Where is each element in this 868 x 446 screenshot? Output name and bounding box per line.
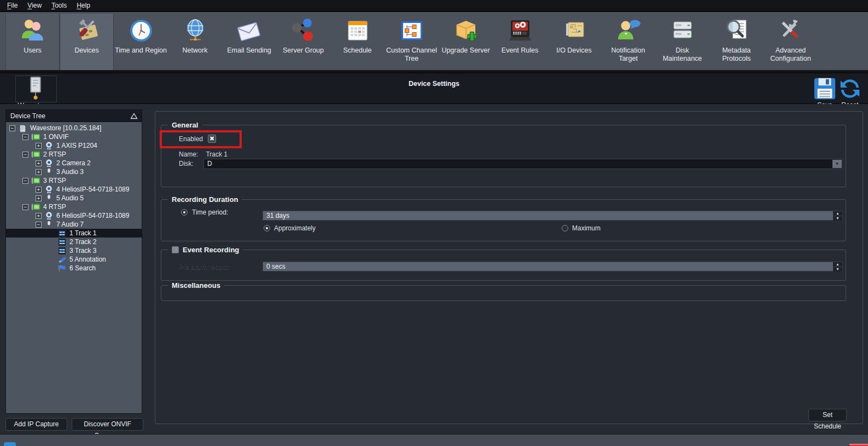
menu-item-label: View — [27, 2, 42, 9]
toolbar-button-event-rules[interactable]: Event Rules — [493, 14, 547, 70]
toolbar-button-custom-channel-tree[interactable]: Custom Channel Tree — [385, 14, 439, 70]
toolbar-icon — [182, 18, 208, 44]
pre-alarm-spinbox[interactable]: 0 secs ▲▼ — [263, 262, 843, 271]
toolbar-button-schedule[interactable]: Schedule — [330, 14, 385, 70]
tree-node-1-track-1[interactable]: 1 Track 1 — [6, 229, 142, 238]
toolbar-button-label: Disk Maintenance — [655, 47, 709, 63]
tree-node-label: 5 Annotation — [69, 256, 106, 263]
dropdown-arrow-icon[interactable]: ▼ — [832, 160, 842, 168]
tree-node-label: 7 Audio 7 — [56, 221, 84, 228]
spinner-buttons[interactable]: ▲▼ — [833, 211, 842, 220]
toolbar-button-advanced-configuration[interactable]: Advanced Configuration — [764, 14, 818, 70]
toolbar-button-network[interactable]: Network — [168, 14, 222, 70]
status-bar-red-indicator — [849, 444, 868, 446]
tree-expander-icon[interactable] — [22, 204, 28, 210]
reset-icon — [837, 76, 863, 101]
toolbar-icon — [615, 18, 642, 44]
toolbar-button-label: Devices — [74, 47, 98, 55]
collapse-panel-icon[interactable] — [130, 113, 138, 119]
toolbar-button-upgrade-server[interactable]: Upgrade Server — [439, 14, 493, 70]
spin-up-icon[interactable]: ▲ — [833, 211, 842, 216]
tree-node-7-audio-7[interactable]: 7 Audio 7 — [6, 220, 142, 229]
tree-node-icon — [31, 177, 40, 185]
tree-node-5-annotation[interactable]: 5 Annotation — [6, 255, 142, 264]
tree-expander-icon[interactable] — [36, 222, 42, 228]
tree-expander-icon[interactable] — [36, 169, 42, 175]
approximately-label: Approximately — [274, 224, 316, 232]
set-schedule-button[interactable]: Set Schedule — [808, 409, 847, 421]
toolbar-button-notification-target[interactable]: Notification Target — [601, 14, 655, 70]
tree-expander-icon[interactable] — [36, 160, 42, 166]
add-ip-capture-button[interactable]: Add IP Capture — [5, 418, 67, 431]
recording-duration-title: Recording Duration — [168, 195, 242, 204]
time-period-radio[interactable] — [181, 209, 188, 216]
tree-node-2-rtsp[interactable]: 2 RTSP — [6, 150, 142, 159]
toolbar-button-i-o-devices[interactable]: I/O Devices — [547, 14, 601, 70]
tree-expander-icon[interactable] — [9, 125, 15, 131]
recording-duration-groupbox: Recording Duration Time period: 31 days … — [161, 199, 846, 241]
spinner-buttons[interactable]: ▲▼ — [833, 262, 842, 271]
toolbar-button-users[interactable]: Users — [5, 14, 60, 70]
maximum-radio[interactable] — [562, 225, 568, 231]
menu-item-file[interactable]: File — [2, 0, 22, 11]
tree-node-icon — [44, 168, 54, 176]
discover-onvif-cameras-button[interactable]: Discover ONVIF Cameras — [72, 418, 143, 431]
disk-label: Disk: — [179, 160, 194, 167]
toolbar-button-devices[interactable]: Devices — [60, 14, 114, 70]
tree-node-label: 1 ONVIF — [43, 133, 69, 141]
tree-node-3-rtsp[interactable]: 3 RTSP — [6, 176, 142, 185]
toolbar-button-server-group[interactable]: Server Group — [276, 14, 330, 70]
tree-node-1-onvif[interactable]: 1 ONVIF — [6, 132, 142, 141]
tree-expander-icon[interactable] — [36, 195, 42, 201]
toolbar-icon — [453, 18, 479, 44]
spin-down-icon[interactable]: ▼ — [833, 216, 842, 221]
tree-node-icon — [57, 247, 67, 255]
time-period-spinbox[interactable]: 31 days ▲▼ — [263, 211, 843, 221]
tree-expander-icon[interactable] — [22, 152, 28, 158]
menu-item-tools[interactable]: Tools — [46, 0, 72, 11]
toolbar-button-label: Network — [183, 47, 208, 55]
tree-node-4-rtsp[interactable]: 4 RTSP — [6, 202, 142, 211]
tree-node-wavestore-10-0-25-184[interactable]: Wavestore [10.0.25.184] — [6, 124, 142, 132]
tree-expander-icon[interactable] — [36, 143, 42, 149]
menu-item-view[interactable]: View — [22, 0, 46, 11]
toolbar-icon — [74, 18, 100, 44]
toolbar-button-disk-maintenance[interactable]: Disk Maintenance — [655, 14, 709, 70]
tree-node-1-axis-p1204[interactable]: 1 AXIS P1204 — [6, 141, 142, 150]
toolbar-button-label: I/O Devices — [556, 47, 592, 55]
toolbar-icon — [724, 18, 750, 44]
tree-node-4-heliosip-54-0718-1089[interactable]: 4 HeliosIP-54-0718-1089 — [6, 185, 142, 194]
tree-node-icon — [44, 159, 54, 167]
event-recording-checkbox[interactable] — [172, 246, 179, 253]
tree-expander-icon[interactable] — [36, 213, 42, 219]
tree-node-6-search[interactable]: 6 Search — [6, 264, 142, 273]
tree-node-2-track-2[interactable]: 2 Track 2 — [6, 238, 142, 246]
tree-node-3-track-3[interactable]: 3 Track 3 — [6, 246, 142, 255]
spin-up-icon[interactable]: ▲ — [833, 262, 842, 267]
disk-dropdown[interactable]: D ▼ — [203, 159, 843, 169]
tree-expander-icon[interactable] — [36, 187, 42, 193]
toolbar-button-label: Time and Region — [115, 47, 167, 55]
status-bar-logo — [4, 442, 16, 446]
save-icon — [812, 76, 837, 101]
toolbar-button-time-and-region[interactable]: Time and Region — [114, 14, 168, 70]
tree-expander-icon[interactable] — [22, 134, 28, 140]
toolbar-button-metadata-protocols[interactable]: Metadata Protocols — [709, 14, 764, 70]
approximately-radio[interactable] — [264, 225, 270, 231]
tree-node-6-heliosip-54-0718-1089[interactable]: 6 HeliosIP-54-0718-1089 — [6, 211, 142, 220]
tree-node-icon — [44, 212, 54, 220]
toolbar-button-label: Metadata Protocols — [709, 47, 764, 63]
tree-node-2-camera-2[interactable]: 2 Camera 2 — [6, 159, 142, 167]
tree-node-icon — [57, 229, 67, 238]
tree-node-3-audio-3[interactable]: 3 Audio 3 — [6, 167, 142, 176]
spin-down-icon[interactable]: ▼ — [833, 267, 842, 271]
toolbar-icon — [128, 18, 154, 44]
tree-node-icon — [44, 186, 54, 194]
toolbar-button-email-sending[interactable]: Email Sending — [222, 14, 276, 70]
tree-node-5-audio-5[interactable]: 5 Audio 5 — [6, 194, 142, 202]
tree-node-label: 3 Audio 3 — [56, 168, 84, 176]
menu-item-help[interactable]: Help — [72, 0, 95, 11]
time-period-label: Time period: — [192, 208, 228, 216]
tree-node-label: 1 Track 1 — [69, 229, 96, 237]
tree-expander-icon[interactable] — [22, 178, 28, 184]
